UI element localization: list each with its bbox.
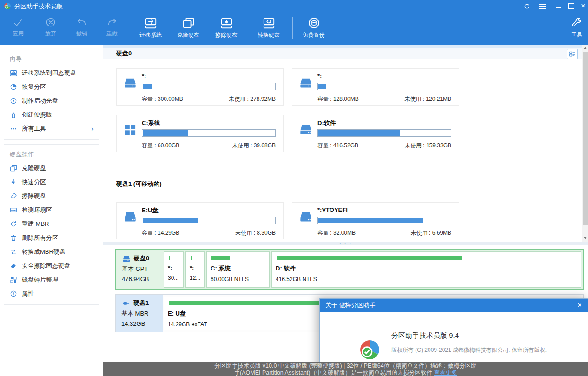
convert-mbr-icon — [10, 248, 17, 256]
sidebar-item-properties[interactable]: 属性 — [4, 287, 99, 301]
sidebar-item-secure-erase-ssd[interactable]: 安全擦除固态硬盘 — [4, 259, 99, 273]
free-backup-button[interactable]: 免费备份 — [296, 15, 331, 43]
scroll-down-button[interactable] — [582, 235, 588, 242]
sidebar-item-defragment[interactable]: 磁盘碎片整理 — [4, 273, 99, 287]
volume-card[interactable]: *: 容量 : 128.00MB 未使用 : 120.21MB — [292, 68, 459, 106]
disk-drive-icon — [123, 76, 137, 89]
usb-drive-icon — [121, 300, 131, 307]
minimize-button[interactable] — [552, 0, 564, 12]
convert-disk-button[interactable]: 转换硬盘 — [251, 15, 286, 43]
sidebar-item-convert-to-mbr[interactable]: 转换成MBR硬盘 — [4, 245, 99, 259]
scroll-up-button[interactable] — [582, 45, 588, 52]
partition-usage-bar — [211, 255, 265, 261]
menu-button[interactable] — [536, 0, 548, 12]
sidebar-item-create-portable[interactable]: 创建便携版 — [4, 108, 99, 122]
sidebar-item-migrate-os-to-ssd[interactable]: 迁移系统到固态硬盘 — [4, 66, 99, 80]
usage-bar — [142, 217, 276, 224]
status-more-link[interactable]: 查看更多 — [434, 369, 457, 376]
undo-icon — [76, 17, 87, 28]
disk0-row[interactable]: 硬盘0 基本 GPT 476.94GB *: 30... *: 12... C:… — [115, 249, 584, 290]
window-title: 分区助手技术员版 — [14, 2, 63, 11]
panel-splitter[interactable]: · · · — [103, 242, 588, 245]
refresh-icon — [523, 3, 530, 10]
panel-top-strip — [103, 45, 588, 48]
partition-block[interactable]: D: 软件 416.52GB NTFS — [271, 251, 581, 288]
volume-card[interactable]: D:软件 容量 : 416.52GB 未使用 : 159.33GB — [292, 115, 459, 152]
sidebar-item-label: 制作启动光盘 — [22, 97, 58, 105]
sidebar-item-label: 恢复分区 — [22, 83, 46, 91]
delete-partitions-icon — [10, 234, 17, 242]
sidebar-item-wipe-disk[interactable]: 擦除硬盘 — [4, 189, 99, 203]
capacity-label: 容量 : 60.00GB — [142, 142, 179, 150]
disk-drive-icon — [299, 76, 313, 89]
clone-disk-icon — [10, 165, 17, 172]
dialog-close-button[interactable]: × — [572, 299, 588, 312]
disk-name: 硬盘0 — [134, 254, 149, 263]
apply-check-icon — [13, 17, 24, 28]
sidebar-item-clone-disk[interactable]: 克隆硬盘 — [4, 161, 99, 175]
clone-disk-button[interactable]: 克隆硬盘 — [171, 15, 206, 43]
tools-button[interactable]: 工具 — [559, 15, 588, 43]
volume-name: *:VTOYEFI — [317, 206, 348, 213]
close-button[interactable]: × — [577, 0, 588, 12]
quick-partition-icon — [10, 178, 17, 186]
disk0-section-header: 硬盘0 — [103, 48, 582, 59]
apply-button[interactable]: 应用 — [0, 15, 36, 43]
refresh-button[interactable] — [521, 0, 533, 12]
partition-assistant-window: 分区助手技术员版 × 应用 放弃 撤销 重做 迁移系统 克隆硬盘 擦除硬盘 转换… — [0, 0, 588, 376]
sidebar-item-check-bad-sectors[interactable]: 检测坏扇区 — [4, 203, 99, 217]
partition-usage-fill — [169, 256, 170, 260]
disk1-label: 硬盘1 基本 MBR 14.32GB — [116, 295, 163, 332]
partition-block[interactable]: *: 30... — [164, 251, 184, 288]
sidebar-item-make-bootable-cd[interactable]: 制作启动光盘 — [4, 94, 99, 108]
sidebar-item-delete-all-partitions[interactable]: 删除所有分区 — [4, 231, 99, 245]
volume-card[interactable]: *: 容量 : 300.00MB 未使用 : 278.92MB — [116, 68, 284, 106]
sidebar-item-label: 删除所有分区 — [22, 234, 58, 242]
section-divider — [110, 191, 569, 191]
wipe-disk-icon — [220, 17, 233, 29]
unused-label: 未使用 : 120.21MB — [404, 95, 451, 103]
unused-label: 未使用 : 39.68GB — [232, 142, 276, 150]
view-options-button[interactable] — [567, 49, 578, 59]
volume-card[interactable]: C:系统 容量 : 60.00GB 未使用 : 39.68GB — [116, 115, 284, 152]
volume-card[interactable]: E:U盘 容量 : 14.29GB 未使用 : 8.30GB — [116, 202, 284, 239]
partition-size: 12... — [190, 275, 200, 281]
discard-button[interactable]: 放弃 — [33, 15, 68, 43]
capacity-label: 容量 : 32.00MB — [317, 229, 356, 237]
partition-block[interactable]: C: 系统 60.00GB NTFS — [206, 251, 270, 288]
partition-size: 416.52GB NTFS — [276, 276, 577, 283]
rebuild-mbr-icon — [10, 220, 17, 228]
redo-button[interactable]: 重做 — [94, 15, 130, 43]
sidebar-item-label: 擦除硬盘 — [22, 192, 46, 200]
unused-label: 未使用 : 278.92MB — [229, 95, 276, 103]
status-bar: 分区助手技术员版 v10.0 中文破解版 (完整便携版) | 32位 / PE版… — [103, 362, 588, 376]
disk-type: 基本 MBR — [121, 310, 163, 318]
partition-name: *: — [168, 264, 179, 271]
sidebar-item-quick-partition[interactable]: 快速分区 — [4, 175, 99, 189]
partition-size: 30... — [168, 275, 179, 281]
migrate-os-button[interactable]: 迁移系统 — [133, 15, 168, 43]
maximize-button[interactable] — [565, 0, 577, 12]
migrate-ssd-icon — [10, 69, 17, 77]
wipe-disk-button[interactable]: 擦除硬盘 — [209, 15, 244, 43]
partition-name: D: 软件 — [276, 264, 577, 273]
partition-block[interactable]: *: 12... — [185, 251, 205, 288]
volume-card[interactable]: *:VTOYEFI 容量 : 32.00MB 未使用 : 6.69MB — [292, 202, 459, 239]
sidebar-item-label: 安全擦除固态硬盘 — [22, 262, 70, 270]
sidebar-item-label: 克隆硬盘 — [22, 164, 46, 172]
volume-name: *: — [142, 73, 146, 79]
scrollbar-thumb[interactable] — [583, 52, 588, 225]
recover-partition-icon — [10, 83, 17, 91]
chevron-right-icon: › — [91, 125, 94, 132]
free-backup-icon — [308, 17, 320, 29]
sidebar-item-recover-partition[interactable]: 恢复分区 — [4, 80, 99, 94]
disk-drive-icon — [299, 210, 313, 223]
disk-name: 硬盘1 — [133, 299, 149, 307]
partition-usage-bar — [168, 255, 179, 261]
disk0-label: 硬盘0 基本 GPT 476.94GB — [116, 250, 163, 289]
usage-bar — [317, 129, 451, 137]
capacity-label: 容量 : 128.00MB — [317, 95, 359, 103]
sidebar-item-rebuild-mbr[interactable]: 重建 MBR — [4, 217, 99, 231]
disk-operations-section: 硬盘操作 克隆硬盘 快速分区 擦除硬盘 检测坏扇区 重建 MBR 删除所有分区 … — [4, 144, 99, 305]
sidebar-item-all-tools[interactable]: 所有工具› — [4, 122, 99, 136]
